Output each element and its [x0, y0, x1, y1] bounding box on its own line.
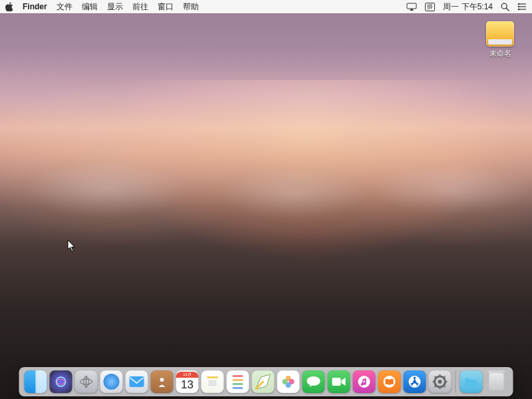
dock-appstore[interactable]: [404, 370, 426, 393]
dock-itunes[interactable]: [353, 370, 376, 393]
dock-safari[interactable]: [100, 370, 123, 393]
menu-view[interactable]: 显示: [107, 1, 123, 13]
calendar-month: 11月: [176, 372, 199, 378]
drive-icon: [486, 21, 514, 47]
airplay-icon[interactable]: [406, 3, 417, 11]
svg-point-22: [358, 376, 370, 388]
svg-point-6: [518, 3, 519, 5]
dock-contacts[interactable]: [151, 370, 174, 393]
calendar-day: 13: [181, 378, 194, 392]
dock-messages[interactable]: [303, 370, 325, 393]
dock-launchpad[interactable]: [75, 370, 98, 393]
menu-clock[interactable]: 周一 下午5:14: [443, 1, 493, 13]
svg-line-34: [444, 376, 446, 378]
dock-reminders[interactable]: [227, 370, 249, 393]
dock-calendar[interactable]: 11月13: [176, 370, 199, 393]
apple-menu-icon[interactable]: [5, 2, 13, 11]
svg-point-7: [518, 6, 519, 7]
menu-app-name[interactable]: Finder: [23, 2, 47, 11]
input-method-label: 拼: [425, 3, 435, 11]
dock-siri[interactable]: [50, 370, 72, 393]
drive-label: 未命名: [489, 49, 511, 59]
svg-rect-11: [130, 376, 144, 387]
desktop-drive[interactable]: 未命名: [480, 21, 520, 59]
svg-point-8: [518, 9, 519, 10]
dock-mail[interactable]: [126, 370, 148, 393]
svg-point-9: [57, 377, 66, 386]
svg-point-20: [283, 379, 288, 384]
dock-trash[interactable]: [485, 370, 508, 393]
dock-system-preferences[interactable]: [429, 370, 452, 393]
dock-ibooks[interactable]: [378, 370, 401, 393]
menu-file[interactable]: 文件: [57, 1, 72, 13]
spotlight-icon[interactable]: [501, 3, 509, 11]
menu-edit[interactable]: 编辑: [82, 1, 98, 13]
menu-help[interactable]: 帮助: [183, 1, 199, 13]
dock-notes[interactable]: [201, 370, 224, 393]
svg-point-26: [438, 380, 442, 384]
svg-line-2: [506, 8, 509, 11]
menu-bar: Finder 文件 编辑 显示 前往 窗口 帮助 拼 周一 下午5:14: [0, 0, 532, 13]
notification-center-icon[interactable]: [517, 3, 527, 11]
dock: 11月13: [19, 367, 513, 396]
svg-rect-21: [332, 378, 341, 386]
svg-rect-13: [207, 376, 218, 378]
menu-window[interactable]: 窗口: [158, 1, 174, 13]
input-method-icon[interactable]: 拼: [425, 3, 435, 11]
dock-photos[interactable]: [277, 370, 300, 393]
dock-finder[interactable]: [25, 370, 47, 393]
dock-downloads-folder[interactable]: [460, 370, 483, 393]
svg-rect-0: [407, 3, 416, 9]
dock-separator: [456, 371, 456, 392]
svg-line-32: [444, 386, 446, 387]
svg-line-31: [435, 376, 436, 378]
menu-go[interactable]: 前往: [132, 1, 148, 13]
wallpaper-snow: [0, 150, 532, 229]
svg-point-12: [160, 378, 164, 382]
trash-icon: [489, 373, 504, 390]
dock-facetime[interactable]: [328, 370, 350, 393]
svg-line-33: [435, 386, 436, 387]
dock-maps[interactable]: [252, 370, 275, 393]
desktop[interactable]: Finder 文件 编辑 显示 前往 窗口 帮助 拼 周一 下午5:14: [0, 0, 532, 399]
